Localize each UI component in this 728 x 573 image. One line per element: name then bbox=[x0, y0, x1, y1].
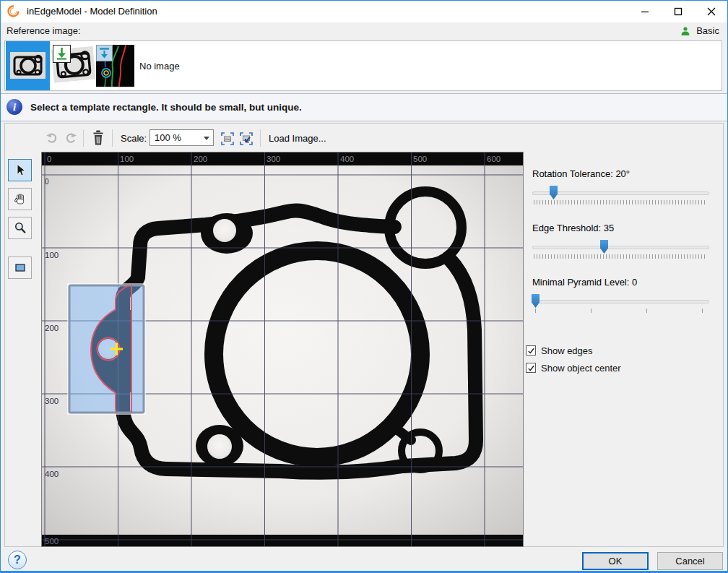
svg-text:300: 300 bbox=[266, 155, 280, 163]
load-image-button[interactable]: Load Image... bbox=[269, 133, 326, 144]
edge-threshold-track[interactable] bbox=[532, 246, 709, 249]
help-label: ? bbox=[14, 553, 21, 566]
close-button[interactable] bbox=[695, 0, 728, 22]
show-edges-label: Show edges bbox=[541, 345, 593, 356]
close-icon bbox=[707, 7, 716, 16]
checkmark-icon bbox=[527, 347, 535, 355]
svg-text:0: 0 bbox=[45, 178, 49, 186]
svg-text:400: 400 bbox=[340, 155, 354, 163]
toolbar-separator bbox=[112, 129, 113, 147]
canvas-drawing: 0 100 200 300 400 500 600 0 100 200 300 … bbox=[42, 152, 523, 546]
svg-text:500: 500 bbox=[413, 155, 427, 163]
rotation-tolerance-label: Rotation Tolerance: 20° bbox=[532, 168, 630, 179]
ok-button[interactable]: OK bbox=[582, 552, 649, 570]
reference-image-label: Reference image: bbox=[6, 25, 81, 36]
info-bar: i Select a template rectangle. It should… bbox=[0, 93, 728, 121]
svg-text:0: 0 bbox=[47, 155, 51, 163]
show-edges-checkbox-row: Show edges bbox=[526, 345, 593, 356]
edge-threshold-thumb[interactable] bbox=[600, 240, 608, 254]
svg-text:100: 100 bbox=[45, 251, 58, 259]
fit-image-button[interactable] bbox=[220, 131, 235, 146]
trash-icon bbox=[94, 131, 103, 145]
fit-image-icon bbox=[220, 132, 235, 146]
insert-image-badge-icon bbox=[53, 45, 71, 63]
rectangle-tool-button[interactable] bbox=[8, 257, 32, 279]
scale-value: 100 % bbox=[155, 132, 181, 143]
svg-text:200: 200 bbox=[45, 324, 58, 332]
thumbnail-edge-model[interactable] bbox=[96, 45, 134, 87]
redo-button[interactable] bbox=[64, 131, 78, 145]
minimal-pyramid-level-label: Minimal Pyramid Level: 0 bbox=[532, 277, 637, 288]
toolbar-separator bbox=[260, 129, 261, 147]
minimize-button[interactable] bbox=[628, 0, 662, 22]
show-object-center-checkbox-row: Show object center bbox=[526, 362, 621, 374]
user-level-icon bbox=[680, 26, 690, 36]
info-icon: i bbox=[6, 99, 22, 115]
no-image-label: No image bbox=[139, 61, 180, 72]
edge-threshold-ticks bbox=[534, 254, 706, 259]
rectangle-icon bbox=[14, 261, 27, 275]
minimal-pyramid-level-slider: Minimal Pyramid Level: 0 bbox=[531, 277, 709, 317]
rotation-tolerance-slider: Rotation Tolerance: 20° bbox=[531, 168, 709, 209]
image-canvas[interactable]: 0 100 200 300 400 500 600 0 100 200 300 … bbox=[41, 152, 524, 547]
svg-text:100: 100 bbox=[120, 155, 134, 163]
pan-tool-button[interactable] bbox=[8, 188, 32, 210]
reference-thumbnail-strip: No image bbox=[4, 40, 722, 91]
svg-text:300: 300 bbox=[45, 397, 58, 405]
template-selection-rectangle[interactable] bbox=[68, 275, 145, 436]
rotation-tolerance-thumb[interactable] bbox=[550, 186, 558, 199]
info-message: Select a template rectangle. It should b… bbox=[30, 102, 302, 113]
edge-threshold-label: Edge Threshold: 35 bbox=[532, 223, 614, 233]
delete-button[interactable] bbox=[92, 129, 105, 146]
scale-label: Scale: bbox=[121, 133, 147, 144]
minimal-pyramid-level-thumb[interactable] bbox=[532, 294, 540, 308]
magnifier-icon bbox=[14, 221, 27, 235]
help-button[interactable]: ? bbox=[8, 551, 27, 569]
svg-text:600: 600 bbox=[487, 155, 500, 163]
image-bottom-black-band bbox=[42, 535, 523, 546]
checkmark-icon bbox=[527, 364, 535, 372]
svg-text:400: 400 bbox=[45, 470, 58, 478]
fit-region-icon bbox=[239, 132, 254, 146]
minimize-icon bbox=[641, 7, 649, 16]
window-title: inEdgeModel - Model Definition bbox=[27, 6, 157, 17]
scale-combobox[interactable]: 100 % bbox=[150, 129, 214, 146]
title-bar[interactable]: inEdgeModel - Model Definition bbox=[0, 0, 728, 22]
app-logo-icon bbox=[6, 4, 20, 18]
fit-region-button[interactable] bbox=[238, 131, 254, 146]
model-definition-dialog: inEdgeModel - Model Definition Reference… bbox=[0, 0, 728, 573]
ok-label: OK bbox=[609, 556, 623, 566]
rotation-tolerance-track[interactable] bbox=[532, 191, 709, 195]
combobox-arrow-icon bbox=[204, 137, 209, 140]
user-level-label[interactable]: Basic bbox=[696, 25, 719, 36]
load-model-badge-icon bbox=[96, 45, 113, 61]
rotation-tolerance-ticks bbox=[534, 200, 706, 204]
show-edges-checkbox[interactable] bbox=[526, 345, 536, 356]
svg-text:500: 500 bbox=[45, 537, 58, 546]
reference-image-row: Reference image: Basic bbox=[0, 22, 728, 40]
thumbnail-gasket-image bbox=[10, 52, 46, 79]
select-tool-button[interactable] bbox=[8, 159, 32, 181]
edge-threshold-slider: Edge Threshold: 35 bbox=[531, 223, 709, 263]
cursor-icon bbox=[14, 163, 27, 177]
svg-text:200: 200 bbox=[194, 155, 207, 163]
maximize-button[interactable] bbox=[662, 0, 695, 22]
cancel-label: Cancel bbox=[675, 556, 704, 566]
show-object-center-checkbox[interactable] bbox=[526, 363, 536, 373]
show-object-center-label: Show object center bbox=[541, 363, 621, 374]
undo-button[interactable] bbox=[45, 131, 59, 145]
cancel-button[interactable]: Cancel bbox=[657, 552, 723, 570]
hand-icon bbox=[14, 192, 27, 206]
toolbar-separator bbox=[83, 129, 84, 147]
thumbnail-input-image-selected[interactable] bbox=[6, 41, 50, 90]
zoom-tool-button[interactable] bbox=[8, 217, 32, 239]
maximize-icon bbox=[674, 7, 682, 16]
minimal-pyramid-level-track[interactable] bbox=[532, 300, 709, 303]
image-top-black-band bbox=[42, 152, 523, 165]
